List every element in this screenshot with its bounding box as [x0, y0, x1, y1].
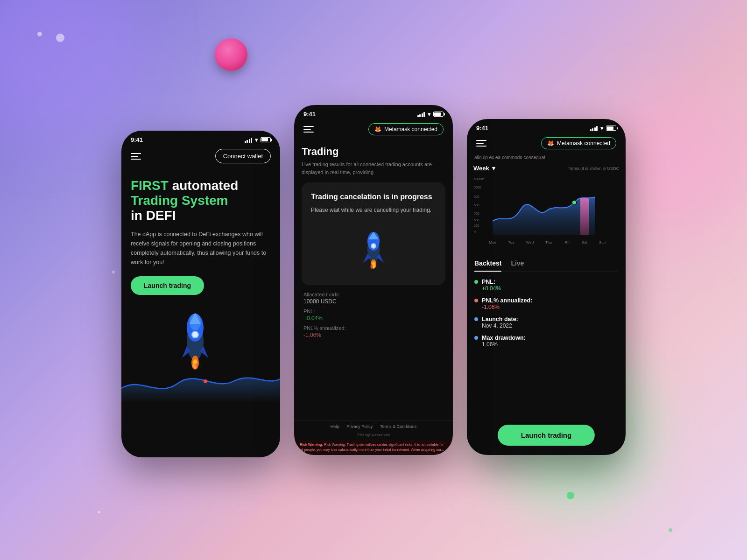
- pnl-dot-indicator: [474, 280, 478, 284]
- phone2-metamask-badge: 🦊 Metamask connected: [368, 123, 444, 135]
- tab-backtest[interactable]: Backtest: [474, 259, 501, 272]
- phone1-battery-icon: [261, 137, 271, 142]
- phone3-metamask-badge: 🦊 Metamask connected: [541, 137, 616, 149]
- footer-links: Help Privacy Policy Terms & Conditions: [294, 420, 453, 433]
- trading-subtitle: Live trading results for all connected t…: [302, 161, 445, 176]
- allocated-label: Allocated funds:: [303, 292, 444, 297]
- phone1-content: FIRST automated Trading System in DEFI T…: [121, 169, 280, 295]
- pnl-annualized-metric-label: PNL% annualized:: [482, 297, 532, 304]
- phone1-signal: [245, 137, 253, 143]
- svg-point-32: [572, 200, 577, 205]
- pnl-annualized-label: PNL% annualized:: [303, 325, 444, 331]
- phone-1: 9:41 ▾ Connect wallet: [121, 131, 280, 457]
- rocket-cancel-illustration: [311, 224, 436, 275]
- phone1-rocket-area: [121, 300, 280, 402]
- phone2-header: 🦊 Metamask connected: [294, 121, 453, 141]
- svg-text:50000*: 50000*: [474, 177, 484, 181]
- week-period-selector[interactable]: Week ▾: [473, 165, 495, 172]
- pnl-annualized-value: -1.06%: [303, 332, 444, 338]
- phone-2: 9:41 ▾ 🦊: [294, 105, 453, 455]
- launch-date-dot-indicator: [474, 317, 478, 321]
- phone1-status-icons: ▾: [245, 137, 271, 143]
- footer-terms-link[interactable]: Terms & Conditions: [380, 424, 416, 429]
- trading-title: Trading: [302, 141, 445, 161]
- svg-text:500: 500: [474, 195, 479, 198]
- cancelation-title: Trading cancelation is in progress: [311, 193, 436, 201]
- max-drawdown-metric-label: Max drawdown:: [482, 335, 526, 341]
- launch-date-metric-value: Nov 4, 2022: [482, 322, 618, 329]
- phone2-content: Trading Live trading results for all con…: [294, 141, 453, 338]
- phone3-hamburger-icon[interactable]: [476, 140, 486, 147]
- pnl-metric-value: +0.04%: [482, 285, 618, 292]
- max-drawdown-metric-row: Max drawdown: 1.06%: [474, 335, 618, 348]
- footer-copyright: ©All rights reserved: [294, 433, 453, 440]
- footer-warning: Risk Warning: Risk Warning: Trading deri…: [294, 440, 453, 455]
- svg-point-17: [372, 244, 375, 248]
- phone1-header: Connect wallet: [121, 147, 280, 169]
- phone3-launch-trading-button[interactable]: Launch trading: [498, 425, 595, 446]
- svg-text:500: 500: [474, 203, 479, 207]
- phone3-header: 🦊 Metamask connected: [467, 135, 626, 155]
- svg-text:500: 500: [474, 212, 479, 215]
- phone2-status-bar: 9:41 ▾: [294, 105, 453, 121]
- pnl-label: PNL:: [303, 308, 444, 314]
- phone3-wifi-icon: ▾: [600, 125, 603, 132]
- svg-rect-31: [580, 198, 589, 235]
- phone2-status-icons: ▾: [417, 111, 444, 118]
- tabs-header: Backtest Live: [474, 259, 618, 272]
- wave-illustration: [121, 356, 280, 402]
- hero-line2: Trading System: [131, 193, 271, 208]
- phone-3: 9:41 ▾ 🦊: [467, 119, 626, 455]
- phones-container: 9:41 ▾ Connect wallet: [0, 0, 747, 560]
- tab-live[interactable]: Live: [511, 259, 524, 272]
- phone2-time: 9:41: [303, 111, 316, 118]
- pnl-annualized-dot-indicator: [474, 299, 478, 302]
- phone2-hamburger-icon[interactable]: [303, 126, 314, 133]
- max-drawdown-metric-value: 1.06%: [482, 341, 618, 348]
- hamburger-menu-icon[interactable]: [131, 153, 141, 160]
- chart-section: Week ▾ *amount is shown in USDC: [467, 165, 626, 254]
- hero-description: The dApp is connected to DeFi exchanges …: [131, 230, 271, 267]
- pnl-value: +0.04%: [303, 315, 444, 322]
- allocated-value: 10000 USDC: [303, 298, 444, 305]
- phone2-wifi-icon: ▾: [428, 111, 430, 118]
- phone3-status-bar: 9:41 ▾: [467, 119, 626, 135]
- phone1-status-bar: 9:41 ▾: [121, 131, 280, 147]
- connect-wallet-button[interactable]: Connect wallet: [215, 149, 271, 163]
- pnl-annualized-metric-row: PNL% annualized: -1.06%: [474, 297, 618, 310]
- phone2-footer: Help Privacy Policy Terms & Conditions ©…: [294, 420, 453, 455]
- footer-privacy-link[interactable]: Privacy Policy: [346, 424, 373, 429]
- pnl-stat: PNL: +0.04%: [303, 308, 444, 322]
- cancelation-description: Please wait while we are cancelling your…: [311, 206, 436, 214]
- max-drawdown-dot-indicator: [474, 336, 478, 340]
- pnl-annualized-stat: PNL% annualized: -1.06%: [303, 325, 444, 338]
- phone1-wifi-icon: ▾: [255, 137, 258, 143]
- metamask-label: Metamask connected: [384, 126, 437, 133]
- metamask-fox-icon: 🦊: [374, 126, 381, 133]
- svg-text:Fri: Fri: [565, 240, 570, 245]
- hero-line1: automated: [169, 178, 238, 193]
- chevron-down-icon: ▾: [492, 165, 495, 172]
- footer-warning-text: Risk Warning: Risk Warning: Trading deri…: [300, 442, 447, 452]
- phone1-launch-trading-button[interactable]: Launch trading: [131, 276, 204, 295]
- hero-title: FIRST automated Trading System in DEFI: [131, 178, 271, 223]
- launch-date-metric-label: Launch date:: [482, 316, 518, 322]
- pnl-metric-row: PNL: +0.04%: [474, 279, 618, 292]
- pnl-annualized-metric-value: -1.06%: [482, 304, 618, 310]
- phone3-metamask-fox-icon: 🦊: [547, 140, 554, 147]
- svg-point-5: [192, 332, 198, 337]
- cancelation-modal: Trading cancelation is in progress Pleas…: [302, 182, 445, 285]
- truncated-text: aliquip ex ea commodo consequat.: [467, 155, 626, 165]
- chart-header: Week ▾ *amount is shown in USDC: [473, 165, 619, 172]
- svg-text:Sat: Sat: [582, 240, 588, 245]
- svg-text:250: 250: [474, 224, 479, 227]
- hero-first: FIRST: [131, 178, 169, 193]
- phone3-signal: [590, 126, 598, 131]
- svg-text:500: 500: [474, 218, 479, 222]
- svg-text:Wed: Wed: [526, 240, 534, 245]
- phone3-status-icons: ▾: [590, 125, 617, 132]
- svg-point-22: [371, 264, 373, 269]
- svg-text:Sun: Sun: [599, 240, 606, 245]
- footer-help-link[interactable]: Help: [331, 424, 339, 429]
- svg-text:5000: 5000: [474, 186, 481, 189]
